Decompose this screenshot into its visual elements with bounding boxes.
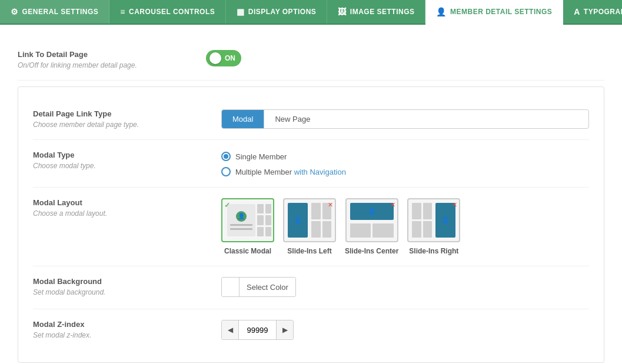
tab-image[interactable]: 🖼 IMAGE SETTINGS — [327, 0, 425, 24]
dot — [265, 227, 272, 236]
dot — [265, 204, 272, 213]
modal-layout-label: Modal Layout — [33, 198, 221, 207]
slide-right-grid — [408, 199, 434, 241]
link-to-detail-toggle[interactable]: ON — [206, 50, 241, 66]
grid-cell — [322, 221, 331, 238]
radio-single-circle — [221, 152, 231, 161]
nav-highlight-text: with Navigation — [294, 168, 346, 176]
toggle-label: ON — [225, 54, 235, 62]
dot — [257, 227, 264, 236]
modal-zindex-row: Modal Z-index Set modal z-index. ◀ ▶ — [33, 309, 589, 350]
toggle-knob — [209, 52, 221, 64]
dot — [265, 215, 272, 225]
tab-carousel[interactable]: ≡ CAROUSEL CONTROLS — [109, 0, 226, 24]
grid-cell — [372, 223, 394, 238]
link-type-label: Detail Page Link Type — [33, 109, 221, 118]
classic-thumb: ✓ 👤 — [221, 198, 274, 242]
modal-type-label-col: Modal Type Choose modal type. — [33, 151, 221, 170]
slide-left-panel: 👤 — [288, 203, 308, 238]
classic-name: Classic Modal — [224, 247, 271, 255]
radio-single-label: Single Member — [235, 152, 287, 161]
image-icon: 🖼 — [338, 7, 347, 16]
modal-layout-label-col: Modal Layout Choose a modal layout. — [33, 198, 221, 218]
link-to-detail-label: Link To Detail Page — [18, 50, 206, 59]
dot — [257, 215, 264, 225]
tab-display[interactable]: ▦ DISPLAY OPTIONS — [226, 0, 327, 24]
link-type-btn-group: Modal New Page — [221, 109, 589, 129]
modal-zindex-control: ◀ ▶ — [221, 320, 589, 340]
modal-layout-control: ✓ 👤 — [221, 198, 589, 255]
grid-icon: ▦ — [237, 7, 245, 16]
grouped-section: Detail Page Link Type Choose member deta… — [18, 86, 604, 363]
select-color-label: Select Color — [240, 283, 295, 292]
tab-typography[interactable]: A TYPOGRAPHY — [563, 0, 622, 24]
modal-background-row: Modal Background Set modal background. S… — [33, 266, 589, 309]
modal-bg-label-col: Modal Background Set modal background. — [33, 277, 221, 296]
classic-main: 👤 — [227, 204, 255, 236]
modal-type-control: Single Member Multiple Member with Navig… — [221, 151, 589, 176]
modal-type-radio-group: Single Member Multiple Member with Navig… — [221, 152, 589, 176]
text-line-2 — [230, 228, 252, 230]
check-icon: ✓ — [224, 201, 230, 209]
modal-zindex-desc: Set modal z-index. — [33, 331, 221, 339]
slide-right-thumb: ✕ 👤 — [407, 198, 460, 242]
list-icon: ≡ — [120, 7, 125, 16]
radio-multiple-member[interactable]: Multiple Member with Navigation — [221, 167, 589, 176]
link-type-row: Detail Page Link Type Choose member deta… — [33, 99, 589, 140]
color-picker-button[interactable]: Select Color — [221, 277, 296, 297]
new-page-button[interactable]: New Page — [264, 110, 321, 128]
person-icon: 👤 — [236, 211, 247, 222]
modal-layout-row: Modal Layout Choose a modal layout. ✓ 👤 — [33, 188, 589, 266]
typography-icon: A — [574, 7, 580, 16]
slide-center-grid — [347, 222, 397, 241]
modal-type-row: Modal Type Choose modal type. Single Mem… — [33, 140, 589, 188]
grid-cell — [311, 203, 320, 219]
dot — [257, 204, 264, 213]
modal-bg-control: Select Color — [221, 277, 589, 298]
zindex-input[interactable] — [238, 320, 277, 339]
modal-bg-label: Modal Background — [33, 277, 221, 286]
tab-bar: ⚙ GENERAL SETTINGS ≡ CAROUSEL CONTROLS ▦… — [0, 0, 622, 25]
grid-cell — [412, 221, 421, 238]
grid-cell — [423, 221, 432, 238]
slide-center-name: Slide-Ins Center — [345, 247, 398, 255]
radio-multiple-circle — [221, 167, 231, 176]
close-icon: ✕ — [390, 201, 395, 209]
member-icon: 👤 — [436, 7, 447, 16]
close-icon: ✕ — [452, 201, 457, 209]
modal-bg-desc: Set modal background. — [33, 288, 221, 296]
layout-slide-left[interactable]: ✕ 👤 Slide-Ins Left — [283, 198, 336, 255]
layout-slide-center[interactable]: ✕ 👤 Slide-Ins Center — [345, 198, 398, 255]
grid-cell — [412, 203, 421, 219]
slide-right-name: Slide-Ins Right — [409, 247, 458, 255]
slide-left-name: Slide-Ins Left — [287, 247, 331, 255]
slide-center-panel: 👤 — [350, 203, 394, 220]
text-line-1 — [230, 224, 252, 226]
stepper-increment[interactable]: ▶ — [277, 320, 293, 339]
link-type-control: Modal New Page — [221, 109, 589, 129]
tab-general[interactable]: ⚙ GENERAL SETTINGS — [0, 0, 109, 24]
link-to-detail-control: ON — [206, 50, 604, 66]
close-icon: ✕ — [328, 201, 333, 209]
link-to-detail-row: Link To Detail Page On/Off for linking m… — [18, 39, 604, 81]
stepper-decrement[interactable]: ◀ — [222, 320, 238, 339]
layout-slide-right[interactable]: ✕ 👤 Slide-Ins Righ — [407, 198, 460, 255]
radio-single-member[interactable]: Single Member — [221, 152, 589, 161]
link-type-label-col: Detail Page Link Type Choose member deta… — [33, 109, 221, 129]
grid-cell — [423, 203, 432, 219]
radio-multiple-label: Multiple Member with Navigation — [235, 168, 346, 176]
link-to-detail-desc: On/Off for linking member detail page. — [18, 61, 206, 69]
link-to-detail-label-col: Link To Detail Page On/Off for linking m… — [18, 50, 206, 69]
slide-center-thumb: ✕ 👤 — [345, 198, 398, 242]
modal-type-label: Modal Type — [33, 151, 221, 159]
tab-member[interactable]: 👤 MEMBER DETAIL SETTINGS — [425, 0, 563, 25]
slide-left-thumb: ✕ 👤 — [283, 198, 336, 242]
classic-dots — [255, 199, 273, 241]
link-type-desc: Choose member detail page type. — [33, 121, 221, 129]
modal-zindex-label-col: Modal Z-index Set modal z-index. — [33, 320, 221, 339]
grid-cell — [311, 221, 320, 238]
grid-cell — [350, 223, 371, 238]
layout-classic[interactable]: ✓ 👤 — [221, 198, 274, 255]
gear-icon: ⚙ — [11, 7, 19, 16]
modal-button[interactable]: Modal — [222, 110, 264, 128]
